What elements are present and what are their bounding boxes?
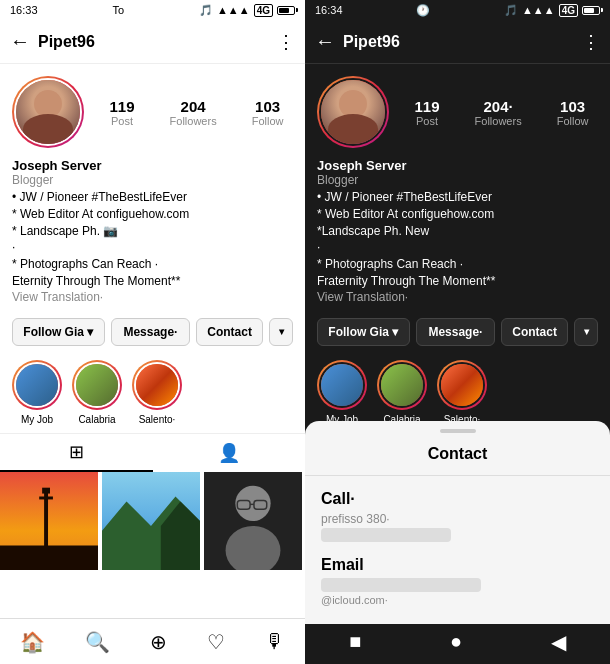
story-item-myjob-right[interactable]: My Job bbox=[317, 360, 367, 425]
status-icons-right: 🎵 ▲▲▲ 4G bbox=[504, 4, 600, 17]
tab-grid-left[interactable]: ⊞ bbox=[0, 434, 153, 472]
network-icon-left: 4G bbox=[254, 4, 273, 17]
svg-rect-4 bbox=[0, 545, 98, 570]
add-icon-left[interactable]: ⊕ bbox=[150, 630, 167, 654]
story-thumb-myjob-left bbox=[16, 364, 58, 406]
photo-cell-2-left[interactable] bbox=[102, 472, 200, 570]
battery-icon-right bbox=[582, 6, 600, 15]
stat-posts-right: 119 Post bbox=[415, 98, 440, 127]
story-item-salento-left[interactable]: Salento· bbox=[132, 360, 182, 425]
photo-cell-3-left[interactable] bbox=[204, 472, 302, 570]
avatar-photo-right bbox=[321, 80, 385, 144]
story-thumb-calabria-left bbox=[76, 364, 118, 406]
svg-rect-2 bbox=[39, 496, 53, 499]
stat-followers-right: 204· Followers bbox=[475, 98, 522, 127]
bio-name-right: Joseph Server bbox=[317, 158, 598, 173]
profile-section-right: 119 Post 204· Followers 103 Follow bbox=[305, 64, 610, 156]
more-button-left[interactable]: ⋮ bbox=[277, 31, 295, 53]
stat-followers-left: 204 Followers bbox=[170, 98, 217, 127]
story-thumb-calabria-right bbox=[381, 364, 423, 406]
story-item-calabria-left[interactable]: Calabria bbox=[72, 360, 122, 425]
network-icon-right: 4G bbox=[559, 4, 578, 17]
photo-grid-left bbox=[0, 472, 305, 618]
status-bar-right: 16:34 🕐 🎵 ▲▲▲ 4G bbox=[305, 0, 610, 20]
profile-title-right: Pipet96 bbox=[343, 33, 574, 51]
contact-button-left[interactable]: Contact bbox=[196, 318, 263, 346]
more-button-right[interactable]: ⋮ bbox=[582, 31, 600, 53]
stats-row-right: 119 Post 204· Followers 103 Follow bbox=[405, 98, 598, 127]
call-label: Call· bbox=[321, 490, 594, 508]
avatar-wrap-left bbox=[12, 76, 84, 148]
mic-icon-left[interactable]: 🎙 bbox=[265, 630, 285, 653]
bio-text-right: • JW / Pioneer #TheBestLifeEver * Web Ed… bbox=[317, 189, 598, 290]
story-circle-myjob-left[interactable] bbox=[12, 360, 62, 410]
bio-tag-left: Blogger bbox=[12, 173, 293, 187]
story-circle-myjob-right[interactable] bbox=[317, 360, 367, 410]
story-circle-calabria-right[interactable] bbox=[377, 360, 427, 410]
sheet-title: Contact bbox=[305, 445, 610, 476]
call-field-key: prefisso 380· bbox=[321, 512, 594, 526]
back-icon-right[interactable]: ◀ bbox=[551, 630, 566, 654]
status-label-left: To bbox=[112, 4, 124, 16]
follow-button-left[interactable]: Follow Gia ▾ bbox=[12, 318, 105, 346]
back-button-left[interactable]: ← bbox=[10, 30, 30, 53]
home-icon-left[interactable]: 🏠 bbox=[20, 630, 45, 654]
right-panel: 16:34 🕐 🎵 ▲▲▲ 4G ← Pipet96 ⋮ 119 Post 20… bbox=[305, 0, 610, 664]
heart-icon-left[interactable]: ♡ bbox=[207, 630, 225, 654]
story-item-calabria-right[interactable]: Calabria bbox=[377, 360, 427, 425]
nav-bar-right: ← Pipet96 ⋮ bbox=[305, 20, 610, 64]
tab-tagged-left[interactable]: 👤 bbox=[153, 434, 306, 472]
story-circle-salento-left[interactable] bbox=[132, 360, 182, 410]
bio-section-right: Joseph Server Blogger • JW / Pioneer #Th… bbox=[305, 156, 610, 312]
story-thumb-myjob-right bbox=[321, 364, 363, 406]
follow-button-right[interactable]: Follow Gia ▾ bbox=[317, 318, 410, 346]
battery-icon-left bbox=[277, 6, 295, 15]
status-icons-left: 🎵 ▲▲▲ 4G bbox=[199, 4, 295, 17]
sheet-handle[interactable] bbox=[440, 429, 476, 433]
story-circle-salento-right[interactable] bbox=[437, 360, 487, 410]
contact-button-right[interactable]: Contact bbox=[501, 318, 568, 346]
story-label-calabria-left: Calabria bbox=[78, 414, 115, 425]
story-item-myjob-left[interactable]: My Job bbox=[12, 360, 62, 425]
signal-icon-left: ▲▲▲ bbox=[217, 4, 250, 16]
stat-posts-left: 119 Post bbox=[110, 98, 135, 127]
bio-tag-right: Blogger bbox=[317, 173, 598, 187]
story-item-salento-right[interactable]: Salento· bbox=[437, 360, 487, 425]
signal-icon-right: ▲▲▲ bbox=[522, 4, 555, 16]
photo-cell-1-left[interactable] bbox=[0, 472, 98, 570]
stat-following-left: 103 Follow bbox=[252, 98, 284, 127]
view-translation-left[interactable]: View Translation· bbox=[12, 290, 293, 304]
square-icon-right[interactable]: ■ bbox=[349, 630, 361, 653]
story-circle-calabria-left[interactable] bbox=[72, 360, 122, 410]
svg-point-9 bbox=[235, 486, 270, 521]
sheet-call-section: Call· prefisso 380· bbox=[305, 480, 610, 552]
bio-section-left: Joseph Server Blogger • JW / Pioneer #Th… bbox=[0, 156, 305, 312]
bottom-nav-right: ■ ● ◀ bbox=[305, 618, 610, 664]
avatar-wrap-right bbox=[317, 76, 389, 148]
avatar-photo-left bbox=[16, 80, 80, 144]
story-label-salento-left: Salento· bbox=[139, 414, 176, 425]
circle-icon-right[interactable]: ● bbox=[450, 630, 462, 653]
call-field-value bbox=[321, 528, 451, 542]
avatar-inner-right bbox=[319, 78, 387, 146]
bluetooth-icon-left: 🎵 bbox=[199, 4, 213, 17]
view-translation-right[interactable]: View Translation· bbox=[317, 290, 598, 304]
call-field-row: prefisso 380· bbox=[321, 512, 594, 542]
story-thumb-salento-right bbox=[441, 364, 483, 406]
story-label-myjob-left: My Job bbox=[21, 414, 53, 425]
message-button-right[interactable]: Message· bbox=[416, 318, 496, 346]
svg-rect-3 bbox=[42, 487, 50, 493]
search-icon-left[interactable]: 🔍 bbox=[85, 630, 110, 654]
avatar-inner-left bbox=[14, 78, 82, 146]
back-button-right[interactable]: ← bbox=[315, 30, 335, 53]
contact-sheet: Contact Call· prefisso 380· Email @iclou… bbox=[305, 421, 610, 624]
message-button-left[interactable]: Message· bbox=[111, 318, 191, 346]
time-left: 16:33 bbox=[10, 4, 38, 16]
dropdown-button-right[interactable]: ▾ bbox=[574, 318, 598, 346]
tabs-row-left: ⊞ 👤 bbox=[0, 433, 305, 472]
dropdown-button-left[interactable]: ▾ bbox=[269, 318, 293, 346]
nav-bar-left: ← Pipet96 ⋮ bbox=[0, 20, 305, 64]
left-panel: 16:33 To 🎵 ▲▲▲ 4G ← Pipet96 ⋮ 119 Post 2… bbox=[0, 0, 305, 664]
time-right: 16:34 bbox=[315, 4, 343, 16]
email-field-value bbox=[321, 578, 481, 592]
